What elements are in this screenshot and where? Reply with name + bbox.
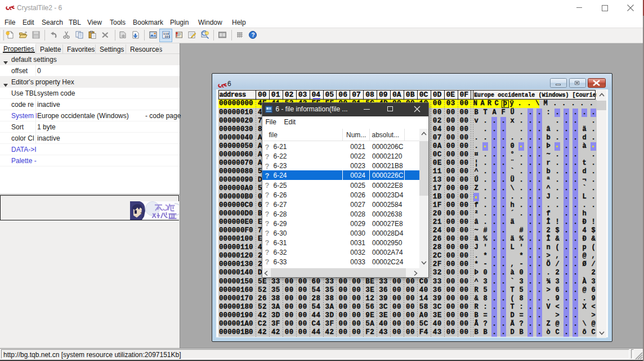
svg-text:101: 101 — [164, 35, 171, 39]
svg-text:?: ? — [251, 32, 254, 38]
